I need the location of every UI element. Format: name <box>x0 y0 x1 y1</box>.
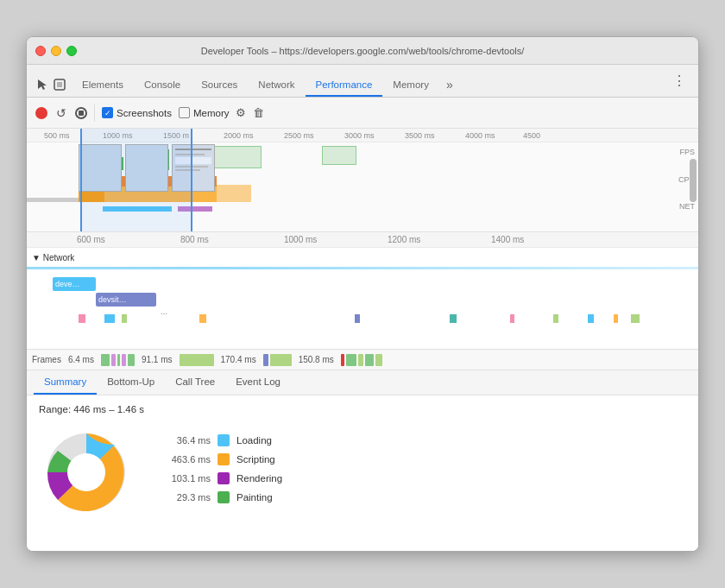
tab-event-log[interactable]: Event Log <box>225 370 291 395</box>
svg-rect-2 <box>57 82 62 87</box>
cpu-idle-1 <box>27 198 79 202</box>
frame-block-red-1 <box>341 354 344 366</box>
legend-table: 36.4 ms Loading 463.6 ms Scripting 103.1… <box>154 434 282 510</box>
event-6 <box>450 314 457 323</box>
main-ruler: 600 ms 800 ms 1000 ms 1200 ms 1400 ms <box>27 232 698 248</box>
toolbar-separator-1 <box>94 104 95 122</box>
cursor-icon[interactable] <box>35 78 49 92</box>
main-tick-600: 600 ms <box>77 235 105 244</box>
more-tabs-button[interactable]: » <box>439 73 460 97</box>
frames-170ms: 170.4 ms <box>221 355 256 364</box>
network-section: ▼ Network deve… devsit… ... <box>27 250 698 319</box>
tab-summary[interactable]: Summary <box>34 370 97 395</box>
frame-block-green-2 <box>117 354 120 366</box>
minimize-button[interactable] <box>51 46 61 56</box>
reload-button[interactable]: ↺ <box>54 106 68 120</box>
overview-scrollbar[interactable] <box>690 159 697 202</box>
bottom-tabs: Summary Bottom-Up Call Tree Event Log <box>27 370 698 395</box>
frame-block-light-3 <box>358 354 363 366</box>
screenshots-checkbox-label[interactable]: ✓ Screenshots <box>102 107 172 118</box>
tab-network[interactable]: Network <box>248 74 305 97</box>
legend-loading: 36.4 ms Loading <box>154 434 282 446</box>
toolbar: ↺ ✓ Screenshots Memory ⚙ 🗑 <box>27 98 698 129</box>
svg-marker-0 <box>38 79 47 90</box>
frame-block-light-2 <box>270 354 292 366</box>
clear-button[interactable]: 🗑 <box>253 106 264 119</box>
ruler-tick-3000: 3000 ms <box>344 131 375 140</box>
event-8 <box>553 314 558 323</box>
frame-blocks-3 <box>263 354 292 366</box>
legend-color-rendering <box>218 472 230 484</box>
screenshots-label: Screenshots <box>117 108 172 118</box>
maximize-button[interactable] <box>66 46 77 56</box>
inspect-icon[interactable] <box>53 78 66 92</box>
tab-memory[interactable]: Memory <box>382 74 439 97</box>
legend-label-loading: Loading <box>236 435 272 446</box>
frame-blocks-4 <box>341 354 382 366</box>
network-bar-deve[interactable]: deve… <box>53 277 96 291</box>
record-button[interactable] <box>35 107 47 119</box>
frame-block-light-4 <box>375 354 382 366</box>
ruler-tick-3500: 3500 ms <box>405 131 435 140</box>
legend-rendering: 103.1 ms Rendering <box>154 472 282 484</box>
ruler-tick-4000: 4000 ms <box>465 131 495 140</box>
pie-chart <box>39 425 134 520</box>
svg-point-4 <box>67 453 105 491</box>
event-9 <box>588 314 594 323</box>
frame-block-purple-2 <box>122 354 126 366</box>
event-4 <box>199 314 206 323</box>
bottom-panel: Summary Bottom-Up Call Tree Event Log Ra… <box>27 370 698 551</box>
settings-button[interactable]: ⚙ <box>236 106 246 119</box>
tab-bottom-up[interactable]: Bottom-Up <box>97 370 165 395</box>
ruler-tick-2000: 2000 ms <box>224 131 254 140</box>
frame-block-green-5 <box>365 354 374 366</box>
tab-performance[interactable]: Performance <box>306 74 383 97</box>
screenshots-checkbox[interactable]: ✓ <box>102 107 113 118</box>
frames-section: Frames 6.4 ms 91.1 ms 170.4 ms 150.8 ms <box>27 349 698 370</box>
event-2 <box>104 314 115 323</box>
timeline-overview[interactable]: 500 ms 1000 ms 1500 m 2000 ms 2500 ms 30… <box>27 129 698 232</box>
legend-label-rendering: Rendering <box>236 473 282 484</box>
tab-bar: Elements Console Sources Network Perform… <box>27 65 698 98</box>
event-7 <box>510 314 514 323</box>
close-button[interactable] <box>35 46 46 56</box>
event-1 <box>79 314 85 323</box>
main-tick-800: 800 ms <box>180 235 209 244</box>
timeline-network-band <box>27 267 698 269</box>
tab-sources[interactable]: Sources <box>191 74 248 97</box>
fps-label: FPS <box>679 148 695 156</box>
selection-overlay[interactable] <box>80 129 192 231</box>
event-5 <box>355 314 360 323</box>
frame-block-purple-1 <box>111 354 116 366</box>
frame-blocks-2 <box>180 354 214 366</box>
tab-call-tree[interactable]: Call Tree <box>165 370 225 395</box>
network-bar-devsit[interactable]: devsit… <box>96 293 156 307</box>
legend-scripting: 463.6 ms Scripting <box>154 453 282 465</box>
devtools-menu-button[interactable]: ⋮ <box>665 67 693 94</box>
devtools-window: Developer Tools – https://developers.goo… <box>26 36 699 552</box>
frames-label: Frames <box>32 355 61 364</box>
frame-block-green-1 <box>101 354 110 366</box>
title-bar: Developer Tools – https://developers.goo… <box>27 37 698 65</box>
stop-button[interactable] <box>75 107 87 119</box>
event-3 <box>122 314 127 323</box>
frame-block-blue-1 <box>263 354 268 366</box>
main-timeline[interactable]: 600 ms 800 ms 1000 ms 1200 ms 1400 ms ▼ … <box>27 232 698 370</box>
legend-ms-painting: 29.3 ms <box>154 492 211 503</box>
traffic-lights <box>35 46 77 56</box>
tab-console[interactable]: Console <box>134 74 191 97</box>
network-bar-deve-label: deve… <box>55 280 80 288</box>
ruler-tick-4500: 4500 <box>523 131 540 140</box>
ruler-tick-2500: 2500 ms <box>284 131 314 140</box>
frame-block-light-1 <box>180 354 214 366</box>
tab-elements[interactable]: Elements <box>72 74 134 97</box>
legend-ms-rendering: 103.1 ms <box>154 473 211 484</box>
summary-content: 36.4 ms Loading 463.6 ms Scripting 103.1… <box>39 425 686 520</box>
legend-color-scripting <box>218 453 230 465</box>
legend-label-painting: Painting <box>236 492 273 503</box>
memory-checkbox[interactable] <box>179 107 190 118</box>
window-title: Developer Tools – https://developers.goo… <box>201 46 525 56</box>
network-bar-devsit-label: devsit… <box>98 295 127 304</box>
memory-checkbox-label[interactable]: Memory <box>179 107 230 118</box>
main-tick-1000: 1000 ms <box>284 235 317 244</box>
